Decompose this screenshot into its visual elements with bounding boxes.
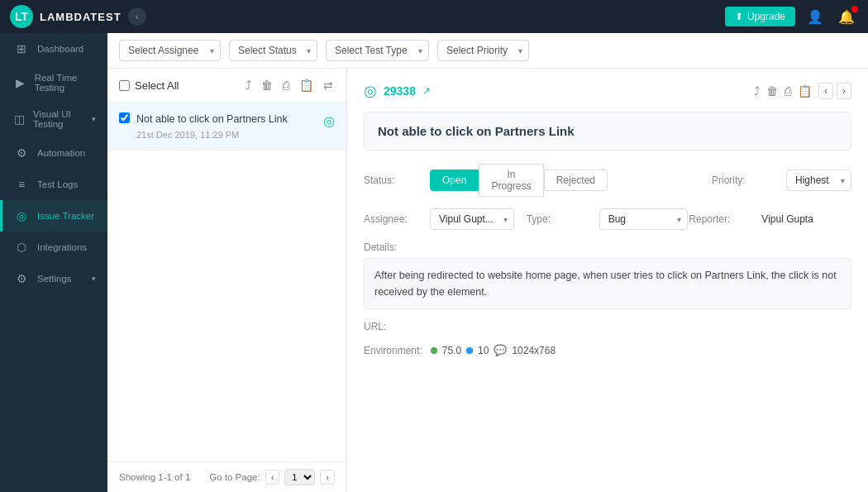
dashboard-icon: ⊞ (14, 41, 29, 56)
detail-nav: ‹ › (818, 83, 851, 99)
priority-select[interactable]: Highest High Medium Low (786, 170, 851, 191)
environment-label: Environment: (364, 345, 422, 356)
split-view: Select All ⤴ 🗑 ⎙ 📋 ⇄ Not able to cli (107, 69, 868, 492)
assignee-area: Assignee: Vipul Gupt... (364, 208, 527, 230)
go-to-page-label: Go to Page: (209, 472, 260, 482)
logo-icon: LT (10, 5, 33, 28)
sidebar-item-label: Dashboard (37, 44, 83, 54)
user-profile-button[interactable]: 👤 (804, 6, 827, 28)
assignee-filter[interactable]: Select Assignee (119, 40, 221, 61)
list-footer: Showing 1-1 of 1 Go to Page: ‹ 1 › (107, 461, 346, 492)
status-priority-row: Status: Open In Progress Rejected Priori… (364, 164, 851, 197)
sidebar-item-label: Test Logs (37, 179, 78, 189)
collapse-sidebar-button[interactable]: ‹ (128, 7, 146, 26)
print-button[interactable]: ⎙ (281, 77, 291, 93)
sidebar-item-label: Automation (37, 148, 85, 158)
export-detail-button[interactable]: 📋 (798, 84, 812, 98)
sidebar-item-label: Visual UI Testing (33, 109, 83, 129)
assignee-filter-wrapper: Select Assignee (119, 40, 221, 61)
type-select[interactable]: Bug Feature Improvement Task (599, 208, 688, 230)
details-section: Details: After being redirected to websi… (364, 241, 851, 309)
details-label: Details: (364, 241, 851, 253)
environment-count: 10 (478, 345, 489, 356)
sidebar-item-label: Issue Tracker (37, 211, 94, 221)
status-tabs: Open In Progress Rejected (430, 164, 608, 197)
logo-area: LT LAMBDATEST ‹ (10, 5, 146, 28)
status-filter[interactable]: Select Status (229, 40, 317, 61)
sidebar-item-label: Real Time Testing (35, 73, 96, 93)
integrations-icon: ⬡ (14, 240, 29, 255)
select-all-area: Select All (119, 79, 236, 92)
sidebar-item-dashboard[interactable]: ⊞ Dashboard (0, 33, 107, 64)
status-rejected-tab[interactable]: Rejected (544, 170, 608, 191)
sidebar-item-visual-ui[interactable]: ◫ Visual UI Testing ▾ (0, 101, 107, 137)
status-open-tab[interactable]: Open (430, 170, 479, 191)
environment-section: Environment: 75.0 10 💬 1024x768 (364, 344, 851, 356)
brand-name: LAMBDATEST (40, 11, 122, 23)
detail-header: ◎ 29338 ↗ ⤴ 🗑 ⎙ 📋 ‹ › (364, 82, 851, 100)
type-label: Type: (527, 213, 593, 225)
issue-item[interactable]: Not able to click on Partners Link 21st … (107, 103, 346, 150)
prev-page-button[interactable]: ‹ (265, 470, 280, 485)
count-dot-icon (466, 347, 473, 354)
reporter-label: Reporter: (689, 213, 755, 225)
environment-speed: 75.0 (442, 345, 461, 356)
test-type-filter-wrapper: Select Test Type (326, 40, 429, 61)
external-link-icon[interactable]: ↗ (422, 85, 431, 97)
visual-ui-icon: ◫ (14, 112, 25, 127)
environment-resolution: 1024x768 (512, 345, 556, 356)
assignee-select[interactable]: Vipul Gupt... (430, 208, 514, 230)
refresh-button[interactable]: ⇄ (322, 77, 335, 93)
resolution-icon: 💬 (494, 344, 507, 356)
export-button[interactable]: 📋 (298, 77, 315, 93)
sidebar-item-label: Integrations (37, 242, 87, 252)
prev-issue-button[interactable]: ‹ (818, 83, 833, 99)
priority-select-wrapper: Highest High Medium Low (786, 170, 851, 191)
delete-detail-button[interactable]: 🗑 (766, 84, 778, 98)
priority-filter[interactable]: Select Priority (437, 40, 529, 61)
details-content: After being redirected to website home p… (364, 258, 851, 309)
upgrade-button[interactable]: ⬆ Upgrade (725, 7, 795, 26)
notification-badge (851, 6, 858, 12)
type-area: Type: Bug Feature Improvement Task (527, 208, 689, 230)
upgrade-icon: ⬆ (735, 11, 743, 22)
select-all-label: Select All (135, 79, 179, 92)
issue-tracker-icon: ◎ (14, 208, 29, 223)
print-detail-button[interactable]: ⎙ (785, 84, 791, 98)
assignee-select-wrapper: Vipul Gupt... (430, 208, 514, 230)
status-area: Status: Open In Progress Rejected (364, 164, 608, 197)
priority-label: Priority: (712, 174, 778, 186)
pagination-controls: Go to Page: ‹ 1 › (209, 469, 335, 485)
status-in-progress-tab[interactable]: In Progress (479, 164, 543, 197)
test-type-filter[interactable]: Select Test Type (326, 40, 429, 61)
priority-filter-wrapper: Select Priority (437, 40, 529, 61)
sidebar-item-issue-tracker[interactable]: ◎ Issue Tracker (0, 200, 107, 232)
automation-icon: ⚙ (14, 146, 29, 160)
share-detail-button[interactable]: ⤴ (754, 84, 760, 98)
issue-title-box: Not able to click on Partners Link (364, 112, 851, 150)
share-button[interactable]: ⤴ (244, 77, 253, 93)
status-label: Status: (364, 174, 430, 186)
notifications-button[interactable]: 🔔 (835, 6, 858, 28)
issue-tracker-item-icon: ◎ (323, 113, 335, 129)
sidebar-item-testlogs[interactable]: ≡ Test Logs (0, 169, 107, 200)
issue-item-title: Not able to click on Partners Link (136, 112, 317, 127)
reporter-area: Reporter: Vipul Gupta (689, 213, 851, 225)
testlogs-icon: ≡ (14, 177, 29, 192)
chevron-down-icon: ▾ (92, 275, 96, 283)
select-all-checkbox[interactable] (119, 80, 130, 91)
next-issue-button[interactable]: › (837, 83, 851, 99)
sidebar-item-realtime[interactable]: ▶ Real Time Testing (0, 64, 107, 101)
page-select[interactable]: 1 (284, 469, 315, 485)
sidebar-item-automation[interactable]: ⚙ Automation (0, 137, 107, 169)
issue-id: 29338 (384, 84, 416, 98)
delete-button[interactable]: 🗑 (260, 77, 274, 93)
sidebar-item-integrations[interactable]: ⬡ Integrations (0, 232, 107, 263)
issue-item-date: 21st Dec 2019, 11:29 PM (136, 130, 317, 140)
main-layout: ⊞ Dashboard ▶ Real Time Testing ◫ Visual… (0, 33, 868, 492)
issue-title: Not able to click on Partners Link (378, 124, 575, 138)
issue-checkbox[interactable] (119, 112, 130, 123)
url-label: URL: (364, 321, 851, 332)
next-page-button[interactable]: › (320, 470, 335, 485)
sidebar-item-settings[interactable]: ⚙ Settings ▾ (0, 263, 107, 294)
